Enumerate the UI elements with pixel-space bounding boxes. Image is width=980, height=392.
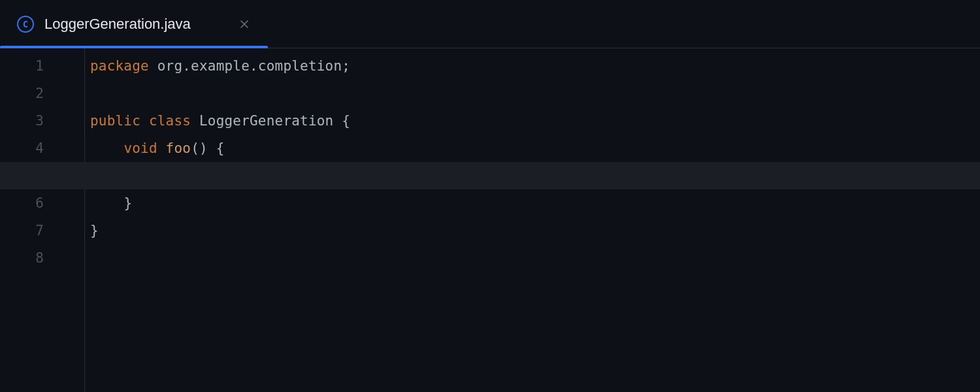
code-line[interactable]: } [85, 189, 980, 217]
code-area[interactable]: package org.example.completion;public cl… [85, 48, 980, 392]
editor-body: 12345678 package org.example.completion;… [0, 48, 980, 392]
code-token [149, 52, 157, 80]
code-token [191, 107, 199, 135]
line-number-gutter: 12345678 [0, 48, 85, 392]
code-token: () [191, 135, 208, 162]
code-token: { [342, 107, 350, 135]
code-line[interactable]: void foo() { [85, 135, 980, 162]
code-token: org.example.completion [157, 52, 342, 80]
code-token [90, 189, 123, 217]
java-class-icon: C [17, 16, 34, 33]
code-token: void [123, 135, 157, 162]
code-token: LoggerGeneration [199, 107, 334, 135]
code-token: { [216, 135, 225, 162]
tab-filename: LoggerGeneration.java [44, 16, 227, 33]
code-line[interactable]: public class LoggerGeneration { [85, 107, 980, 135]
code-token [90, 162, 157, 189]
code-token: ; [342, 52, 350, 80]
code-line[interactable] [85, 244, 980, 272]
code-token: public [90, 107, 140, 135]
close-tab-button[interactable] [238, 18, 251, 31]
line-number: 1 [0, 52, 44, 80]
code-line[interactable] [85, 80, 980, 107]
code-token [333, 107, 342, 135]
line-number: 4 [0, 135, 44, 162]
code-token: class [149, 107, 191, 135]
code-token [208, 135, 216, 162]
line-number: 5 [0, 162, 44, 189]
code-lines: package org.example.completion;public cl… [85, 52, 980, 272]
line-number: 2 [0, 80, 44, 107]
code-token: } [90, 217, 99, 244]
code-line[interactable] [85, 162, 980, 189]
code-line[interactable]: package org.example.completion; [85, 52, 980, 80]
java-class-icon-letter: C [23, 19, 28, 29]
code-token [157, 135, 166, 162]
close-icon [240, 20, 249, 29]
editor-root: C LoggerGeneration.java 12345678 package… [0, 0, 980, 392]
line-number: 6 [0, 189, 44, 217]
code-token: } [123, 189, 132, 217]
code-line[interactable]: } [85, 217, 980, 244]
code-token [140, 107, 149, 135]
code-token: foo [166, 135, 191, 162]
code-token: package [90, 52, 149, 80]
code-token [90, 135, 123, 162]
tab-bar: C LoggerGeneration.java [0, 0, 980, 48]
line-number: 8 [0, 244, 44, 272]
line-number: 7 [0, 217, 44, 244]
file-tab[interactable]: C LoggerGeneration.java [0, 0, 268, 48]
line-number: 3 [0, 107, 44, 135]
